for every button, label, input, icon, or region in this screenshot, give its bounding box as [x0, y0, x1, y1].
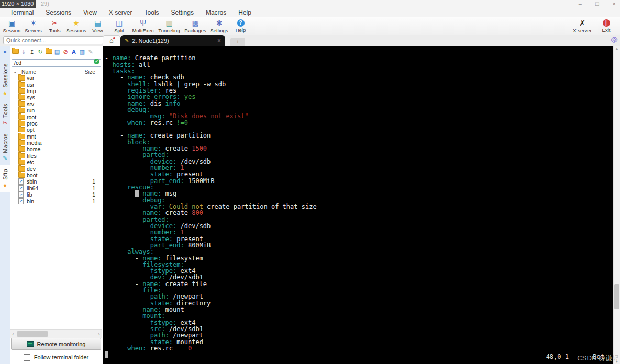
tree-row-proc[interactable]: proc	[10, 120, 103, 127]
tree-row-sys[interactable]: sys	[10, 94, 103, 100]
scroll-up-icon[interactable]: ▲	[614, 47, 620, 50]
hscroll-thumb[interactable]	[17, 331, 48, 337]
folder-icon-shape	[18, 160, 25, 165]
tree-row-etc[interactable]: etc	[10, 159, 103, 165]
tree-row-lib[interactable]: ↗lib1	[10, 191, 103, 198]
remote-monitoring-button[interactable]: Remote monitoring	[11, 338, 101, 350]
tree-row-lib64[interactable]: ↗lib641	[10, 185, 103, 191]
tree-row-home[interactable]: home	[10, 146, 103, 152]
resolution-badge-suffix: 29)	[41, 1, 49, 7]
stop-icon[interactable]: ⊘	[62, 49, 69, 55]
terminal-line: - name: create 1500	[105, 145, 614, 152]
menu-item-sessions[interactable]: Sessions	[40, 9, 78, 16]
x-server-button[interactable]: ✗X server	[569, 18, 595, 33]
scroll-right-icon[interactable]: ›	[96, 332, 102, 337]
new-tab-button[interactable]: +	[230, 38, 245, 46]
scroll-left-icon[interactable]: ‹	[10, 332, 16, 337]
tree-name-header[interactable]: Name	[21, 69, 85, 75]
sftp-sidebar: ↧↥↻▤⊘A▥✎ ✓ - Name Size varusrtmpsyssrvru…	[10, 46, 103, 364]
symlink-icon-shape: ↗	[18, 191, 24, 198]
tree-row-srv[interactable]: srv	[10, 101, 103, 107]
tree-row-boot[interactable]: boot	[10, 172, 103, 178]
folder-icon	[18, 82, 27, 87]
menu-item-tools[interactable]: Tools	[139, 9, 165, 16]
tree-row-usr[interactable]: usr	[10, 81, 103, 87]
session-button[interactable]: ▣Session	[1, 18, 23, 33]
tree-row-run[interactable]: run	[10, 107, 103, 113]
minimize-button[interactable]: –	[579, 0, 582, 8]
maximize-button[interactable]: □	[595, 0, 599, 8]
folder-new-icon[interactable]	[12, 49, 18, 55]
tree-item-size: 1	[89, 198, 95, 204]
sftp-ball-icon: ●	[3, 182, 7, 188]
tree-row-mnt[interactable]: mnt	[10, 133, 103, 140]
terminal[interactable]: ---- name: Create partition hosts: all t…	[103, 46, 614, 364]
quick-connect-input[interactable]	[3, 36, 104, 44]
tree-row-tmp[interactable]: tmp	[10, 88, 103, 94]
font-icon[interactable]: A	[71, 49, 77, 55]
menu-item-settings[interactable]: Settings	[165, 9, 200, 16]
tab-close-icon[interactable]: ×	[217, 38, 221, 44]
tree-collapse-icon[interactable]: -	[14, 69, 21, 75]
strip-tab-sftp[interactable]: Sftp●	[0, 165, 10, 192]
tabstrip: ⌂ ✎ 2. Node1(129) × +	[103, 35, 245, 46]
collapse-sidebar-icon[interactable]: «	[0, 46, 10, 60]
folder-icon	[18, 88, 27, 94]
tunneling-icon: ▥	[165, 19, 172, 27]
tree-item-label: mnt	[27, 133, 89, 140]
folder-settings-icon[interactable]	[46, 49, 52, 55]
tree-row-sbin[interactable]: ↗sbin1	[10, 178, 103, 185]
follow-terminal-folder-checkbox[interactable]	[24, 354, 30, 361]
split-button[interactable]: ◫Split	[108, 18, 130, 33]
attachment-clip-icon[interactable]: @	[610, 35, 619, 45]
exit-button[interactable]: |Exit	[595, 18, 617, 33]
folder-icon-shape	[18, 173, 25, 178]
strip-tab-macros[interactable]: Macros✎	[0, 130, 10, 165]
tools-button[interactable]: ✂Tools	[44, 18, 65, 33]
terminal-scrollbar[interactable]: ▲ ▼	[613, 46, 620, 364]
menu-item-help[interactable]: Help	[233, 9, 258, 16]
menu-item-view[interactable]: View	[78, 9, 103, 16]
tree-size-header[interactable]: Size	[85, 69, 95, 75]
home-tab-button[interactable]: ⌂	[103, 35, 120, 46]
vscroll-thumb[interactable]	[614, 284, 619, 309]
vim-ruler: 48,0-1	[546, 353, 569, 360]
terminal-line: - name: create partition	[105, 132, 614, 139]
tree-row-root[interactable]: root	[10, 113, 103, 120]
packages-button[interactable]: ▩Packages	[182, 18, 208, 33]
servers-button[interactable]: ✶Servers	[23, 18, 44, 33]
tree-row-files[interactable]: files	[10, 153, 103, 159]
tree-row-bin[interactable]: ↗bin1	[10, 198, 103, 204]
tree-row-dev[interactable]: dev	[10, 165, 103, 172]
menu-item-x-server[interactable]: X server	[103, 9, 139, 16]
tree-row-opt[interactable]: opt	[10, 127, 103, 133]
menu-item-macros[interactable]: Macros	[200, 9, 233, 16]
close-button[interactable]: ×	[613, 0, 616, 8]
download-icon[interactable]: ↧	[20, 49, 27, 55]
multiexec-button[interactable]: ΨMultiExec	[130, 18, 156, 33]
tree-row-media[interactable]: media	[10, 140, 103, 146]
sessions-button[interactable]: ★Sessions	[65, 18, 87, 33]
sftp-path-input[interactable]	[12, 59, 101, 67]
strip-tab-sessions[interactable]: Sessions★	[0, 60, 10, 100]
folder-icon	[18, 140, 27, 145]
terminal-line: - name: Create partition	[105, 55, 614, 61]
horizontal-scrollbar[interactable]: ‹ ›	[10, 329, 102, 338]
multiexec-icon: Ψ	[140, 19, 146, 27]
folder-icon-shape	[18, 82, 25, 87]
edit-icon[interactable]: ✎	[87, 49, 94, 55]
menu-item-terminal[interactable]: Terminal	[4, 9, 40, 16]
tab-node1[interactable]: ✎ 2. Node1(129) ×	[120, 35, 225, 46]
tree-row-var[interactable]: var	[10, 75, 103, 81]
view-button[interactable]: ▤View	[87, 18, 108, 33]
sync-icon[interactable]: ↻	[37, 49, 43, 55]
symlink-icon-shape: ↗	[18, 185, 24, 191]
upload-icon[interactable]: ↥	[29, 49, 35, 55]
log-icon[interactable]: ▥	[79, 49, 85, 55]
help-button[interactable]: ?Help	[230, 18, 251, 33]
session-button-label: Session	[3, 28, 21, 33]
file-icon[interactable]: ▤	[54, 49, 60, 55]
settings-button[interactable]: ✱Settings	[208, 18, 230, 33]
strip-tab-tools[interactable]: Tools✂	[0, 100, 10, 130]
tunneling-button[interactable]: ▥Tunneling	[156, 18, 182, 33]
